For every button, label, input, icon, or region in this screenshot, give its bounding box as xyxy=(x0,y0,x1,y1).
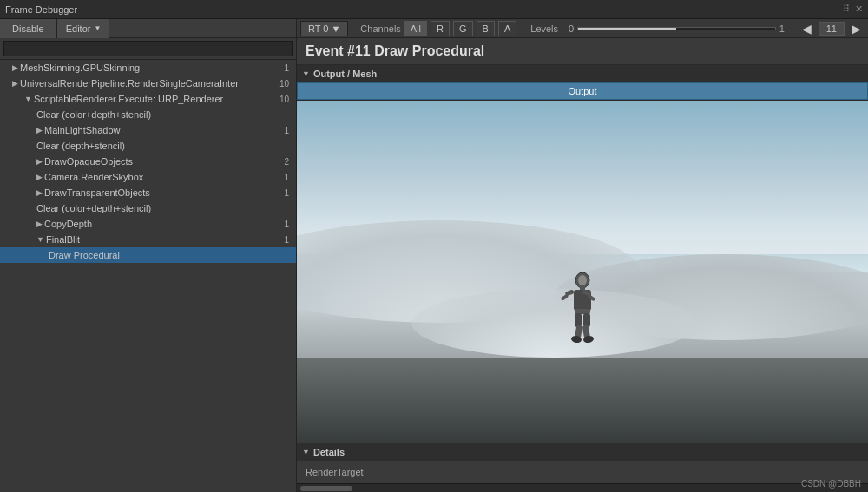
scroll-thumb[interactable] xyxy=(300,486,352,491)
title-bar-icons: ⠿ ✕ xyxy=(843,3,863,15)
output-section-header[interactable]: ▼ Output / Mesh xyxy=(297,65,868,82)
svg-rect-10 xyxy=(583,313,590,327)
details-section-title: Details xyxy=(313,447,345,457)
next-event-button[interactable]: ▶ xyxy=(848,22,865,36)
tree-item-draw-procedural[interactable]: Draw Procedural xyxy=(0,247,296,263)
output-section-title: Output / Mesh xyxy=(313,69,377,79)
tree-item-camera-skybox[interactable]: ▶ Camera.RenderSkybox 1 xyxy=(0,169,296,185)
arrow-icon: ▼ xyxy=(24,95,32,103)
tree-item-label: Clear (color+depth+stencil) xyxy=(36,203,293,213)
tree-item-copy-depth[interactable]: ▶ CopyDepth 1 xyxy=(0,216,296,232)
viewport-area xyxy=(297,101,868,443)
editor-button[interactable]: Editor ▼ xyxy=(57,19,110,38)
event-header: Event #11 Draw Procedural xyxy=(297,38,868,65)
title-bar: Frame Debugger ⠿ ✕ xyxy=(0,0,868,19)
detail-row-render-target: RenderTarget xyxy=(306,464,859,480)
search-input[interactable] xyxy=(3,41,293,56)
tree-item-label: Clear (color+depth+stencil) xyxy=(36,109,293,120)
details-content: RenderTarget xyxy=(297,461,868,483)
channels-label: Channels xyxy=(360,23,400,34)
tree-item-label: Draw Procedural xyxy=(49,250,293,260)
character-figure xyxy=(556,272,608,367)
character-svg xyxy=(556,272,608,367)
slider-fill xyxy=(578,28,676,30)
arrow-icon: ▶ xyxy=(36,173,43,181)
details-arrow-icon: ▼ xyxy=(302,448,310,456)
tree-item-label: Clear (depth+stencil) xyxy=(36,141,293,151)
tree-item-label: MeshSkinning.GPUSkinning xyxy=(20,62,284,73)
tree-item-draw-transparent[interactable]: ▶ DrawTransparentObjects 1 xyxy=(0,185,296,200)
tree-item-label: DrawTransparentObjects xyxy=(44,187,284,198)
channel-all-button[interactable]: All xyxy=(404,21,427,36)
dune-3 xyxy=(411,289,697,358)
event-title: Event #11 Draw Procedural xyxy=(306,43,484,58)
tree-item-draw-opaque[interactable]: ▶ DrawOpaqueObjects 2 xyxy=(0,154,296,169)
output-table: Output xyxy=(297,82,868,100)
render-target-label: RenderTarget xyxy=(306,467,392,477)
viewport-scene xyxy=(297,101,868,443)
svg-rect-9 xyxy=(575,313,582,327)
channel-r-button[interactable]: R xyxy=(431,21,450,36)
rt-toolbar: RT 0 ▼ Channels All R G B A Levels 0 1 ◀… xyxy=(297,19,868,38)
levels-min-value: 0 xyxy=(569,23,574,34)
main-layout: Disable Editor ▼ ▶ MeshSkinning.GPUSkinn… xyxy=(0,19,868,492)
bottom-scrollbar[interactable] xyxy=(297,483,868,492)
prev-event-button[interactable]: ◀ xyxy=(799,22,815,36)
tree-item-badge: 1 xyxy=(284,188,293,198)
tree-item-label: ScriptableRenderer.Execute: URP_Renderer xyxy=(34,94,279,104)
tree-item-urp[interactable]: ▶ UniversalRenderPipeline.RenderSingleCa… xyxy=(0,75,296,91)
disable-button[interactable]: Disable xyxy=(0,19,57,38)
arrow-icon: ▶ xyxy=(12,63,18,72)
tree-item-mesh-skinning[interactable]: ▶ MeshSkinning.GPUSkinning 1 xyxy=(0,60,296,75)
svg-rect-2 xyxy=(580,286,585,290)
tree-item-clear-2[interactable]: Clear (color+depth+stencil) xyxy=(0,200,296,216)
arrow-icon: ▶ xyxy=(36,220,43,228)
channel-a-button[interactable]: A xyxy=(498,21,516,36)
menu-icon[interactable]: ⠿ xyxy=(843,3,850,15)
tree-item-main-light-shadow[interactable]: ▶ MainLightShadow 1 xyxy=(0,122,296,138)
arrow-icon: ▼ xyxy=(36,235,44,244)
tree-item-clear-1[interactable]: Clear (color+depth+stencil) xyxy=(0,107,296,122)
close-icon[interactable]: ✕ xyxy=(855,3,863,15)
levels-label: Levels xyxy=(530,23,558,34)
editor-button-label: Editor xyxy=(66,23,91,34)
svg-point-1 xyxy=(578,275,587,285)
tree-area[interactable]: ▶ MeshSkinning.GPUSkinning 1 ▶ Universal… xyxy=(0,60,296,492)
event-number-box: 11 xyxy=(819,22,845,36)
title-bar-title: Frame Debugger xyxy=(5,4,77,15)
watermark: CSDN @DBBH xyxy=(801,479,861,489)
arrow-icon: ▶ xyxy=(36,157,43,166)
tree-item-label: FinalBlit xyxy=(46,234,285,245)
chevron-down-icon: ▼ xyxy=(94,24,101,32)
tree-item-label: MainLightShadow xyxy=(44,125,284,135)
arrow-icon: ▶ xyxy=(36,188,43,197)
channel-g-button[interactable]: G xyxy=(453,21,473,36)
output-section: ▼ Output / Mesh Output xyxy=(297,65,868,101)
channel-b-button[interactable]: B xyxy=(477,21,495,36)
rt-label: RT 0 xyxy=(308,23,328,34)
rt-button[interactable]: RT 0 ▼ xyxy=(300,21,348,36)
arrow-icon: ▶ xyxy=(12,79,18,88)
tree-item-scriptable-renderer[interactable]: ▼ ScriptableRenderer.Execute: URP_Render… xyxy=(0,91,296,107)
tree-item-badge: 10 xyxy=(279,79,293,89)
levels-slider[interactable] xyxy=(577,27,775,30)
tree-item-badge: 1 xyxy=(284,63,293,73)
tree-item-label: UniversalRenderPipeline.RenderSingleCame… xyxy=(20,78,279,89)
tree-item-label: Camera.RenderSkybox xyxy=(44,172,284,182)
slider-track[interactable] xyxy=(577,27,775,30)
search-bar xyxy=(0,38,296,60)
tree-item-badge: 1 xyxy=(284,220,293,229)
section-arrow-icon: ▼ xyxy=(302,69,310,78)
tree-item-final-blit[interactable]: ▼ FinalBlit 1 xyxy=(0,232,296,247)
details-section-header[interactable]: ▼ Details xyxy=(297,443,868,461)
left-toolbar: Disable Editor ▼ xyxy=(0,19,296,38)
tree-item-clear-depth[interactable]: Clear (depth+stencil) xyxy=(0,138,296,154)
tree-item-badge: 1 xyxy=(284,235,293,245)
tree-item-badge: 2 xyxy=(284,157,293,167)
details-section: ▼ Details RenderTarget xyxy=(297,443,868,492)
left-panel: Disable Editor ▼ ▶ MeshSkinning.GPUSkinn… xyxy=(0,19,297,492)
rt-chevron-icon: ▼ xyxy=(331,23,340,34)
right-panel: RT 0 ▼ Channels All R G B A Levels 0 1 ◀… xyxy=(297,19,868,492)
tree-item-label: DrawOpaqueObjects xyxy=(44,156,284,167)
tree-item-badge: 10 xyxy=(279,95,293,104)
